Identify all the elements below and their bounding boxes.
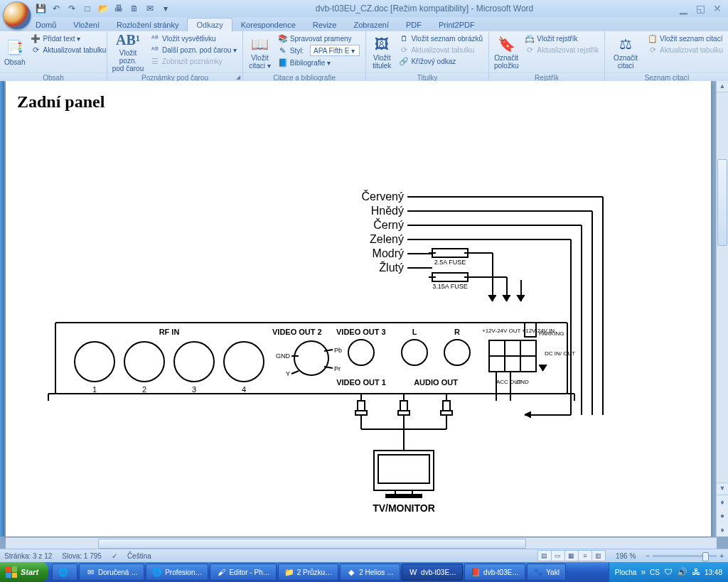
qat-save[interactable]: 💾 [34, 2, 47, 15]
qat-open[interactable]: 📂 [97, 2, 109, 15]
zoom-in-button[interactable]: + [719, 552, 724, 560]
tab-review[interactable]: Revize [304, 18, 346, 31]
insert-figlist-button[interactable]: 🗒Vložit seznam obrázků [397, 33, 484, 44]
tray-network-icon[interactable]: 🖧 [692, 567, 700, 577]
svg-point-55 [402, 340, 427, 365]
insert-index-label: Vložit rejstřík [537, 34, 577, 43]
insert-footnote-button[interactable]: AB¹ Vložit pozn. pod čarou [112, 33, 144, 72]
document-page[interactable]: Zadní panel Červený Hnědý Černý Zelený M… [6, 81, 711, 537]
taskbar-item-6[interactable]: Wdvb-t03E… [402, 564, 463, 581]
ribbon-tabs: Domů Vložení Rozložení stránky Odkazy Ko… [0, 17, 728, 31]
status-proof-icon[interactable]: ✓ [112, 552, 117, 560]
manage-sources-button[interactable]: 📚Spravovat prameny [277, 33, 361, 44]
update-figlist-button[interactable]: ⟳Aktualizovat tabulku [397, 44, 484, 55]
toc-label: Obsah [4, 58, 25, 66]
qat-redo[interactable]: ↷ [65, 2, 78, 15]
qat-print[interactable]: 🖶 [112, 2, 125, 15]
tab-view[interactable]: Zobrazení [345, 18, 397, 31]
show-notes-button[interactable]: ☰Zobrazit poznámky [149, 55, 238, 67]
footnote-icon: AB¹ [118, 33, 138, 48]
mark-citation-icon: ⚖ [616, 36, 636, 53]
window-controls: ▁ ◱ ✕ [677, 3, 724, 14]
mark-citation-button[interactable]: ⚖ Označit citaci [609, 33, 642, 72]
group-citations: 📖 Vložit citaci ▾ 📚Spravovat prameny ✎St… [243, 31, 366, 81]
update-index-button[interactable]: ⟳Aktualizovat rejstřík [523, 44, 600, 55]
view-web-layout[interactable]: ▦ [565, 551, 579, 561]
view-print-layout[interactable]: ▤ [538, 551, 552, 561]
vscroll-thumb[interactable] [717, 159, 727, 246]
scroll-up-button[interactable]: ▲ [717, 81, 728, 92]
tray-shield-icon[interactable]: 🛡 [664, 567, 673, 577]
zoom-track[interactable] [653, 555, 717, 557]
tab-print2pdf[interactable]: Print2PDF [430, 18, 483, 31]
status-page[interactable]: Stránka: 3 z 12 [4, 552, 52, 560]
style-select[interactable]: APA Fifth E ▾ [310, 45, 360, 56]
taskbar-item-4[interactable]: 📁2 Průzku… [278, 564, 338, 581]
prev-page-button[interactable]: ♦ [720, 498, 724, 506]
taskbar-item-7[interactable]: 📕dvb-t03E… [464, 564, 525, 581]
bibliography-button[interactable]: 📘Bibliografie ▾ [277, 57, 361, 68]
horizontal-scrollbar[interactable] [6, 537, 717, 549]
zoom-out-button[interactable]: − [646, 552, 650, 560]
insert-citation-button[interactable]: 📖 Vložit citaci ▾ [247, 33, 272, 72]
view-draft[interactable]: ▥ [592, 551, 605, 561]
view-full-reading[interactable]: ▭ [552, 551, 565, 561]
qat-undo[interactable]: ↶ [50, 2, 63, 15]
show-desktop-button[interactable]: Plocha [615, 568, 637, 576]
insert-endnote-button[interactable]: ᴬᴮVložit vysvětlivku [149, 33, 238, 44]
vertical-scrollbar[interactable]: ▲ ▼ ♦ ● ♦ [716, 81, 728, 537]
view-outline[interactable]: ≡ [579, 551, 592, 561]
taskbar-item-0[interactable]: 🌐 [52, 564, 77, 581]
update-toc-icon: ⟳ [31, 45, 41, 55]
next-page-button[interactable]: ♦ [720, 526, 724, 534]
status-bar: Stránka: 3 z 12 Slova: 1 795 ✓ Čeština ▤… [0, 549, 728, 562]
zoom-level[interactable]: 196 % [616, 552, 636, 560]
update-toc-button[interactable]: ⟳Aktualizovat tabulku [29, 44, 107, 55]
footnotes-launcher[interactable]: ◢ [236, 74, 240, 80]
qat-mail[interactable]: ✉ [144, 2, 156, 15]
toc-button[interactable]: 📑 Obsah [4, 33, 25, 72]
taskbar-item-2[interactable]: 🌐Profesion… [146, 564, 208, 581]
zoom-knob[interactable] [702, 552, 709, 561]
close-button[interactable]: ✕ [711, 3, 724, 14]
hscroll-thumb[interactable] [98, 539, 526, 549]
tray-clock[interactable]: 13:48 [705, 568, 722, 576]
office-button[interactable] [3, 1, 31, 30]
taskbar-item-icon: ✉ [85, 567, 95, 577]
cross-ref-button[interactable]: 🔗Křížový odkaz [397, 55, 484, 67]
tray-language[interactable]: CS [650, 568, 660, 576]
status-language[interactable]: Čeština [127, 552, 151, 560]
taskbar-item-1[interactable]: ✉Doručená … [79, 564, 144, 581]
tab-home[interactable]: Domů [27, 18, 65, 31]
browse-object-button[interactable]: ● [720, 512, 724, 519]
add-text-button[interactable]: ➕Přidat text ▾ [29, 33, 107, 44]
taskbar-item-8[interactable]: 🐾Yakl [527, 564, 566, 581]
qat-new[interactable]: □ [81, 2, 94, 15]
restore-button[interactable]: ◱ [694, 3, 707, 14]
insert-index-button[interactable]: 📇Vložit rejstřík [523, 33, 600, 44]
taskbar-item-3[interactable]: 🖌Editor - Ph… [210, 564, 276, 581]
tab-references[interactable]: Odkazy [187, 18, 232, 31]
next-footnote-button[interactable]: ᴬᴮDalší pozn. pod čarou ▾ [149, 44, 238, 55]
start-button[interactable]: Start [0, 562, 48, 582]
svg-text:VIDEO OUT 1: VIDEO OUT 1 [336, 378, 386, 387]
toc-icon: 📑 [5, 40, 25, 57]
tab-pdf[interactable]: PDF [397, 18, 430, 31]
insert-caption-button[interactable]: 🖼 Vložit titulek [370, 33, 393, 72]
tab-insert[interactable]: Vložení [65, 18, 108, 31]
tray-volume-icon[interactable]: 🔊 [677, 567, 687, 577]
update-toa-button[interactable]: ⟳Aktualizovat tabulku [646, 44, 724, 55]
tray-arrow-icon[interactable]: » [641, 567, 646, 577]
mark-entry-button[interactable]: 🔖 Označit položku [493, 33, 519, 72]
svg-rect-94 [386, 495, 422, 497]
taskbar-item-5[interactable]: ◆2 Helios … [340, 564, 400, 581]
scroll-down-button[interactable]: ▼ [717, 483, 728, 494]
qat-preview[interactable]: 🗎 [128, 2, 141, 15]
tab-layout[interactable]: Rozložení stránky [108, 18, 187, 31]
minimize-button[interactable]: ▁ [677, 3, 690, 14]
qat-more[interactable]: ▾ [159, 2, 172, 15]
status-words[interactable]: Slova: 1 795 [62, 552, 102, 560]
tab-mailings[interactable]: Korespondence [232, 18, 304, 31]
insert-index-icon: 📇 [525, 33, 535, 43]
insert-toa-button[interactable]: 📋Vložit seznam citací [646, 33, 724, 44]
